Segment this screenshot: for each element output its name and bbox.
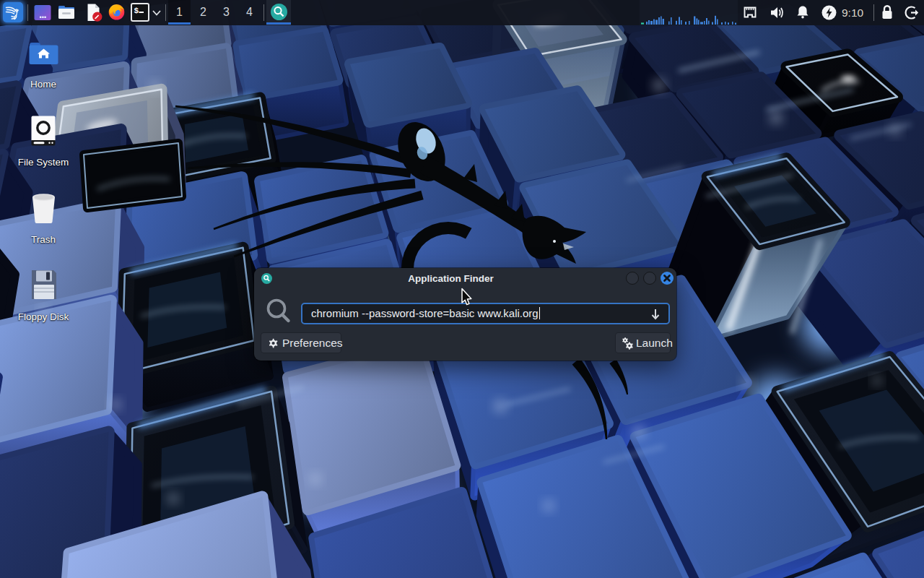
svg-text:$: $	[134, 7, 139, 15]
